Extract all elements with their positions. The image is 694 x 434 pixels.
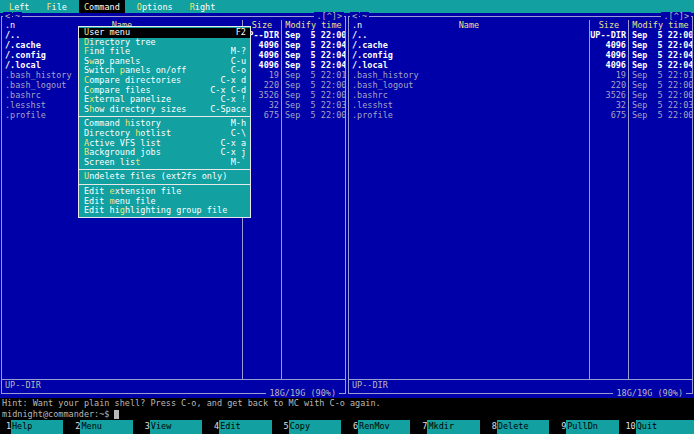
column-header-size[interactable]: Size	[589, 20, 629, 30]
label-post: ptions	[142, 2, 173, 12]
fkey-mkdir-button[interactable]: 7Mkdir	[416, 420, 485, 434]
fkey-pulldn-button[interactable]: 9PullDn	[555, 420, 624, 434]
label-pre: Directory	[84, 128, 135, 138]
panel-empty-area	[349, 120, 692, 379]
label-post: ctive VFS list	[89, 138, 161, 148]
label-post: ser menu	[89, 27, 130, 37]
file-size: 3526	[589, 90, 629, 100]
disk-usage-indicator: 18G/19G (90%)	[613, 389, 686, 398]
menu-item-screen-list[interactable]: Screen listM-`	[79, 158, 250, 168]
menubar-item-command[interactable]: Command	[79, 0, 125, 13]
label-post: ight	[195, 2, 215, 12]
menu-item-show-directory-sizes[interactable]: Show directory sizesC-Space	[79, 105, 250, 115]
file-mtime: Sep 5 22:04	[629, 40, 692, 50]
shell-prompt-line[interactable]: midnight@commander:~$	[0, 408, 694, 420]
panel-bottom-border: 18G/19G (90%)	[0, 389, 347, 398]
fkey-copy-button[interactable]: 5Copy	[278, 420, 347, 434]
panel-corner-buttons[interactable]: .[^]>	[314, 12, 344, 21]
fkey-help-button[interactable]: 1Help	[0, 420, 69, 434]
file-name: .bash_history	[349, 70, 589, 80]
file-row[interactable]: .profile675Sep 5 22:00	[349, 110, 692, 120]
file-mtime: Sep 5 22:00	[282, 110, 345, 120]
sort-indicator: .n	[352, 20, 362, 30]
sort-indicator: .n	[5, 20, 15, 30]
fkey-number: 10	[625, 420, 636, 434]
file-name: /.local	[349, 60, 589, 70]
label-post: anels on/off	[125, 65, 186, 75]
fkey-delete-button[interactable]: 8Delete	[486, 420, 555, 434]
menu-item-label: Show directory sizes	[84, 105, 186, 115]
file-name: /.config	[349, 50, 589, 60]
label-pre: Switch	[84, 65, 120, 75]
menubar-item-options[interactable]: Options	[132, 0, 178, 13]
command-dropdown-menu: User menuF2Directory treeFind fileM-?Swa…	[78, 26, 251, 218]
fkey-edit-button[interactable]: 4Edit	[208, 420, 277, 434]
label-post: irectory tree	[89, 37, 156, 47]
label-pre: Screen lis	[84, 157, 135, 167]
hint-text: Hint: Want your plain shell? Press C-o, …	[2, 398, 381, 408]
file-row[interactable]: /..UP--DIRSep 5 22:00	[349, 30, 692, 40]
menu-item-edit-highlighting-group-file[interactable]: Edit highlighting group file	[79, 206, 250, 216]
column-header-time[interactable]: Modify time	[282, 20, 345, 30]
file-name: .lesshst	[349, 100, 589, 110]
file-row[interactable]: .bash_history19Sep 5 22:01	[349, 70, 692, 80]
file-mtime: Sep 5 22:00	[282, 80, 345, 90]
history-back-button[interactable]: <	[3, 12, 12, 21]
file-row[interactable]: /.local4096Sep 5 22:04	[349, 60, 692, 70]
history-back-button[interactable]: <	[350, 12, 359, 21]
column-header-time[interactable]: Modify time	[629, 20, 692, 30]
file-mtime: Sep 5 22:04	[629, 60, 692, 70]
file-name: .profile	[349, 110, 589, 120]
label-post: mpare files	[94, 85, 150, 95]
label-post: ind file	[89, 46, 130, 56]
label-post: xtension file	[115, 186, 182, 196]
file-mtime: Sep 5 22:04	[282, 50, 345, 60]
file-mtime: Sep 5 22:03	[629, 100, 692, 110]
file-size: 19	[589, 70, 629, 80]
column-header-name[interactable]: .nName	[349, 20, 589, 30]
label-pre: Edit hi	[84, 205, 120, 215]
file-mtime: Sep 5 22:04	[282, 60, 345, 70]
file-size: 32	[589, 100, 629, 110]
file-mtime: Sep 5 22:04	[282, 40, 345, 50]
menu-item-undelete-files-ext2fs-only-[interactable]: Undelete files (ext2fs only)	[79, 172, 250, 182]
file-size: UP--DIR	[589, 30, 629, 40]
label-pre: Edit	[84, 186, 110, 196]
file-mtime: Sep 5 22:00	[282, 30, 345, 40]
label-post: eft	[14, 2, 29, 12]
function-key-bar: 1Help2Menu3View4Edit5Copy6RenMov7Mkdir8D…	[0, 420, 694, 434]
fkey-renmov-button[interactable]: 6RenMov	[347, 420, 416, 434]
file-row[interactable]: .lesshst32Sep 5 22:03	[349, 100, 692, 110]
panel-bottom-border: 18G/19G (90%)	[347, 389, 694, 398]
file-row[interactable]: /.cache4096Sep 5 22:04	[349, 40, 692, 50]
disk-usage-indicator: 18G/19G (90%)	[266, 389, 339, 398]
menu-item-shortcut: M-`	[225, 158, 246, 168]
terminal-cursor	[114, 410, 119, 419]
label-pre: Edit	[84, 196, 110, 206]
file-size: 4096	[589, 60, 629, 70]
file-row[interactable]: .bashrc3526Sep 5 22:00	[349, 90, 692, 100]
fkey-menu-button[interactable]: 2Menu	[69, 420, 138, 434]
menu-item-label: Screen list	[84, 158, 140, 168]
fkey-view-button[interactable]: 3View	[139, 420, 208, 434]
file-row[interactable]: .bash_logout220Sep 5 22:00	[349, 80, 692, 90]
fkey-label: View	[150, 420, 202, 434]
panel-path[interactable]: ~	[360, 12, 369, 21]
menubar-item-right[interactable]: Right	[185, 0, 221, 13]
fkey-label: Help	[11, 420, 63, 434]
fkey-label: RenMov	[358, 420, 410, 434]
file-name: /.cache	[349, 40, 589, 50]
label-post: ndelete files (ext2fs only)	[89, 171, 227, 181]
label-post: ackground jobs	[89, 147, 161, 157]
fkey-number: 9	[555, 420, 566, 434]
panel-path[interactable]: ~	[13, 12, 22, 21]
fkey-quit-button[interactable]: 10Quit	[625, 420, 694, 434]
menu-item-label: Edit highlighting group file	[84, 206, 227, 216]
file-row[interactable]: /.config4096Sep 5 22:04	[349, 50, 692, 60]
menubar-item-file[interactable]: File	[41, 0, 71, 13]
menu-separator	[79, 116, 250, 117]
fkey-label: Mkdir	[427, 420, 479, 434]
prompt-text: midnight@commander:~$	[2, 409, 109, 419]
label-pre: Command	[84, 118, 125, 128]
panel-corner-buttons[interactable]: .[^]>	[661, 12, 691, 21]
